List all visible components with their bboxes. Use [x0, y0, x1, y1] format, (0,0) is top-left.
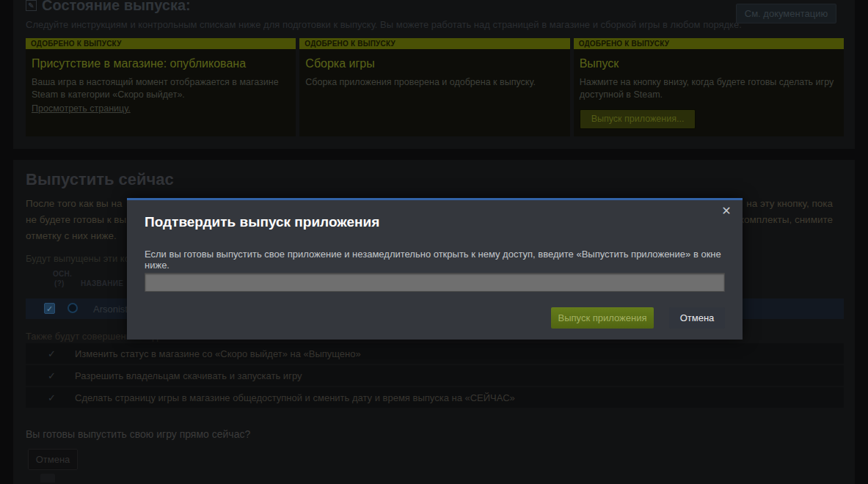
edit-icon: ✎ — [26, 0, 37, 11]
package-checkbox[interactable]: ✓ — [44, 303, 55, 314]
confirmation-input[interactable] — [145, 273, 725, 292]
section-title: Выпустить сейчас — [26, 170, 174, 189]
page-title-row: ✎ Состояние выпуска: — [26, 0, 191, 14]
page-cancel-button[interactable]: Отмена — [28, 449, 78, 470]
column-header-name: НАЗВАНИЕ — [81, 279, 123, 287]
action-text: Сделать страницу игры в магазине общедос… — [75, 392, 515, 403]
column-header-primary: ОСН. — [53, 270, 72, 278]
paragraph-line1-right: на эту кнопку, пока — [746, 198, 833, 209]
status-badge: ОДОБРЕНО К ВЫПУСКУ — [26, 38, 296, 49]
paragraph-line3-left: отметку с них ниже. — [26, 230, 117, 241]
ready-question: Вы готовы выпустить свою игру прямо сейч… — [26, 428, 250, 440]
dialog-buttons: Выпуск приложения Отмена — [551, 307, 725, 329]
view-page-link[interactable]: Просмотреть страницу. — [32, 103, 131, 114]
paragraph-line2-left: не будете готовы к вы — [26, 214, 126, 225]
action-text: Разрешить владельцам скачивать и запуска… — [75, 370, 302, 381]
card-title: Выпуск — [580, 57, 838, 70]
confirm-release-button[interactable]: Выпуск приложения — [551, 307, 654, 329]
card-body: Ваша игра в настоящий момент отображаетс… — [32, 76, 290, 101]
dialog-instructions: Если вы готовы выпустить свое приложение… — [145, 249, 725, 271]
check-icon: ✓ — [48, 348, 58, 359]
dialog-title: Подтвердить выпуск приложения — [145, 214, 379, 230]
page-title: Состояние выпуска: — [42, 0, 191, 14]
action-item: ✓ Изменить статус в магазине со «Скоро в… — [26, 343, 844, 365]
action-item: ✓ Разрешить владельцам скачивать и запус… — [26, 365, 844, 387]
release-state-section: ✎ Состояние выпуска: Следуйте инструкция… — [13, 0, 855, 149]
actions-list: ✓ Изменить статус в магазине со «Скоро в… — [26, 343, 844, 409]
status-badge: ОДОБРЕНО К ВЫПУСКУ — [574, 38, 844, 49]
release-app-button[interactable]: Выпуск приложения... — [580, 109, 696, 129]
card-game-build: ОДОБРЕНО К ВЫПУСКУ Сборка игры Сборка пр… — [299, 38, 569, 136]
page: ✎ Состояние выпуска: Следуйте инструкция… — [0, 0, 868, 484]
confirm-release-dialog: ✕ Подтвердить выпуск приложения Если вы … — [127, 198, 743, 340]
action-text: Изменить статус в магазине со «Скоро вый… — [75, 348, 361, 359]
paragraph-line1-left: После того как вы на — [26, 198, 122, 209]
card-body: Нажмите на кнопку внизу, когда будете го… — [580, 76, 838, 101]
card-title: Сборка игры — [305, 57, 564, 70]
status-badge: ОДОБРЕНО К ВЫПУСКУ — [299, 38, 569, 49]
cut-off-icon — [40, 474, 55, 483]
primary-radio[interactable] — [68, 303, 78, 313]
card-title: Присутствие в магазине: опубликована — [32, 57, 290, 70]
close-icon[interactable]: ✕ — [719, 204, 734, 219]
card-store-presence: ОДОБРЕНО К ВЫПУСКУ Присутствие в магазин… — [26, 38, 296, 136]
see-documentation-button[interactable]: См. документацию — [736, 4, 836, 23]
dialog-cancel-button[interactable]: Отмена — [669, 307, 725, 329]
card-release: ОДОБРЕНО К ВЫПУСКУ Выпуск Нажмите на кно… — [574, 38, 844, 136]
check-icon: ✓ — [48, 370, 58, 381]
card-body: Сборка приложения проверена и одобрена к… — [305, 76, 564, 89]
status-cards: ОДОБРЕНО К ВЫПУСКУ Присутствие в магазин… — [26, 38, 844, 136]
column-header-primary-help[interactable]: (?) — [54, 279, 65, 287]
check-icon: ✓ — [48, 392, 58, 403]
paragraph-line2-right: комплекты, снимите — [740, 214, 833, 225]
action-item: ✓ Сделать страницу игры в магазине общед… — [26, 387, 844, 409]
page-subtitle: Следуйте инструкциям и контрольным списк… — [26, 19, 742, 30]
